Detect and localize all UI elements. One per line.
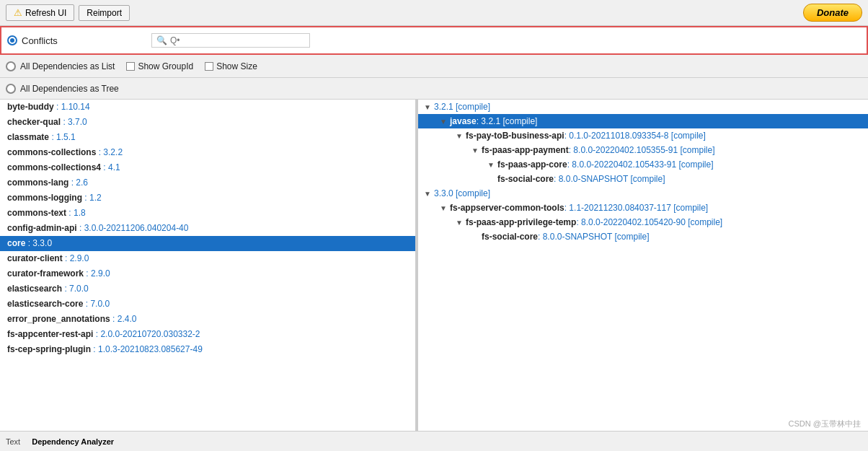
show-groupid-checkbox[interactable] xyxy=(126,62,135,71)
list-item[interactable]: commons-lang : 2.6 xyxy=(0,175,415,191)
item-name: byte-buddy xyxy=(7,102,54,112)
main-content: byte-buddy : 1.10.14checker-qual : 3.7.0… xyxy=(0,100,868,431)
warning-icon: ⚠ xyxy=(14,7,22,18)
list-item[interactable]: core : 3.3.0 xyxy=(0,236,415,251)
list-item[interactable]: commons-logging : 1.2 xyxy=(0,191,415,206)
item-name: fs-cep-spring-plugin xyxy=(7,344,91,354)
donate-button[interactable]: Donate xyxy=(803,4,862,22)
all-deps-list-label: All Dependencies as List xyxy=(20,61,115,71)
item-name: curator-client xyxy=(7,253,63,263)
item-version: : 7.0.0 xyxy=(83,299,110,309)
all-deps-tree-radio[interactable] xyxy=(6,84,16,94)
item-name: curator-framework xyxy=(7,268,84,279)
item-name: fs-appcenter-rest-api xyxy=(7,329,93,339)
list-item[interactable]: config-admin-api : 3.0.0-20211206.040204… xyxy=(0,221,415,236)
tree-node[interactable]: fs-social-core : 8.0.0-SNAPSHOT [compile… xyxy=(418,172,868,186)
tree-node[interactable]: ▼ fs-appserver-common-tools : 1.1-202112… xyxy=(418,201,868,215)
deps-row-tree: All Dependencies as Tree xyxy=(0,78,868,100)
tree-node[interactable]: ▼ 3.2.1 [compile] xyxy=(418,100,868,114)
list-item[interactable]: curator-client : 2.9.0 xyxy=(0,251,415,266)
show-size-text: Show Size xyxy=(216,61,257,71)
donate-label: Donate xyxy=(817,7,849,18)
item-version: : 2.0.0-20210720.030332-2 xyxy=(93,329,200,339)
dep-analyzer-tab[interactable]: Dependency Analyzer xyxy=(32,437,114,446)
tree-node[interactable]: ▼ fs-paas-app-payment : 8.0.0-20220402.1… xyxy=(418,143,868,157)
item-name: classmate xyxy=(7,132,49,142)
show-size-checkbox[interactable] xyxy=(205,62,213,71)
chevron-icon: ▼ xyxy=(487,161,497,169)
bottom-bar: Text Dependency Analyzer xyxy=(0,431,868,451)
item-version: : 2.9.0 xyxy=(63,253,89,263)
list-item[interactable]: elasticsearch-core : 7.0.0 xyxy=(0,297,415,312)
show-size-label[interactable]: Show Size xyxy=(205,61,257,71)
chevron-icon: ▼ xyxy=(440,204,450,212)
tree-node[interactable]: ▼ 3.3.0 [compile] xyxy=(418,186,868,201)
chevron-icon: ▼ xyxy=(471,146,482,154)
list-item[interactable]: curator-framework : 2.9.0 xyxy=(0,266,415,281)
all-deps-list-radio-label[interactable]: All Dependencies as List xyxy=(6,61,115,71)
all-deps-tree-label: All Dependencies as Tree xyxy=(20,84,119,94)
search-input[interactable] xyxy=(170,35,305,45)
show-groupid-text: Show GroupId xyxy=(138,61,193,71)
list-item[interactable]: checker-qual : 3.7.0 xyxy=(0,115,415,130)
tree-node[interactable]: fs-social-core : 8.0.0-SNAPSHOT [compile… xyxy=(418,229,868,244)
conflicts-radio-label[interactable]: Conflicts xyxy=(7,35,151,46)
refresh-button[interactable]: ⚠ Refresh UI xyxy=(6,4,74,21)
chevron-icon: ▼ xyxy=(424,190,434,198)
chevron-icon: ▼ xyxy=(456,219,466,227)
item-version: : 3.0.0-20211206.040204-40 xyxy=(77,223,189,233)
item-name: core xyxy=(7,238,25,248)
list-item[interactable]: elasticsearch : 7.0.0 xyxy=(0,281,415,297)
list-item[interactable]: commons-collections4 : 4.1 xyxy=(0,160,415,175)
show-groupid-label[interactable]: Show GroupId xyxy=(126,61,193,71)
item-version: : 3.2.2 xyxy=(96,147,123,157)
list-item[interactable]: error_prone_annotations : 2.4.0 xyxy=(0,312,415,327)
tree-node[interactable]: ▼ fs-pay-toB-business-api : 0.1.0-202110… xyxy=(418,128,868,143)
toolbar: ⚠ Refresh UI Reimport Donate xyxy=(0,0,868,26)
tree-node[interactable]: ▼ javase : 3.2.1 [compile] xyxy=(418,114,868,128)
item-version: : 3.7.0 xyxy=(61,117,87,127)
tree-node[interactable]: ▼ fs-paas-app-core : 8.0.0-20220402.1054… xyxy=(418,157,868,172)
item-version: : 2.6 xyxy=(68,178,88,188)
refresh-label: Refresh UI xyxy=(25,8,66,18)
all-deps-tree-radio-label[interactable]: All Dependencies as Tree xyxy=(6,84,119,94)
left-panel: byte-buddy : 1.10.14checker-qual : 3.7.0… xyxy=(0,100,418,431)
item-name: checker-qual xyxy=(7,117,61,127)
item-name: commons-logging xyxy=(7,193,82,203)
text-tab[interactable]: Text xyxy=(6,437,20,446)
item-version: : 3.3.0 xyxy=(25,238,52,248)
item-version: : 1.2 xyxy=(82,193,102,203)
deps-row-list: All Dependencies as List Show GroupId Sh… xyxy=(0,55,868,78)
chevron-icon: ▼ xyxy=(456,132,466,140)
item-name: elasticsearch-core xyxy=(7,299,83,309)
right-panel: ▼ 3.2.1 [compile]▼ javase : 3.2.1 [compi… xyxy=(418,100,868,431)
item-name: commons-text xyxy=(7,208,66,218)
item-name: error_prone_annotations xyxy=(7,314,110,324)
chevron-icon: ▼ xyxy=(440,118,450,126)
list-item[interactable]: byte-buddy : 1.10.14 xyxy=(0,100,415,115)
search-box: 🔍 xyxy=(151,33,310,48)
list-item[interactable]: fs-appcenter-rest-api : 2.0.0-20210720.0… xyxy=(0,327,415,342)
list-item[interactable]: fs-cep-spring-plugin : 1.0.3-20210823.08… xyxy=(0,342,415,357)
conflicts-radio[interactable] xyxy=(7,35,17,45)
item-version: : 1.5.1 xyxy=(49,132,76,142)
item-version: : 2.9.0 xyxy=(84,268,110,279)
item-name: commons-lang xyxy=(7,178,68,188)
item-name: commons-collections xyxy=(7,147,96,157)
tree-node[interactable]: ▼ fs-paas-app-privilege-temp : 8.0.0-202… xyxy=(418,215,868,229)
list-item[interactable]: commons-collections : 3.2.2 xyxy=(0,145,415,160)
item-version: : 4.1 xyxy=(101,162,120,172)
list-item[interactable]: commons-text : 1.8 xyxy=(0,206,415,221)
search-icon: 🔍 xyxy=(156,35,167,45)
item-name: elasticsearch xyxy=(7,284,62,294)
all-deps-list-radio[interactable] xyxy=(6,61,16,71)
reimport-button[interactable]: Reimport xyxy=(79,5,130,21)
item-version: : 1.0.3-20210823.085627-49 xyxy=(91,344,203,354)
item-name: config-admin-api xyxy=(7,223,77,233)
reimport-label: Reimport xyxy=(87,8,122,18)
conflicts-label: Conflicts xyxy=(22,35,58,46)
item-name: commons-collections4 xyxy=(7,162,101,172)
list-item[interactable]: classmate : 1.5.1 xyxy=(0,130,415,145)
toolbar-left: ⚠ Refresh UI Reimport xyxy=(6,4,803,21)
conflicts-row: Conflicts 🔍 xyxy=(0,26,868,55)
